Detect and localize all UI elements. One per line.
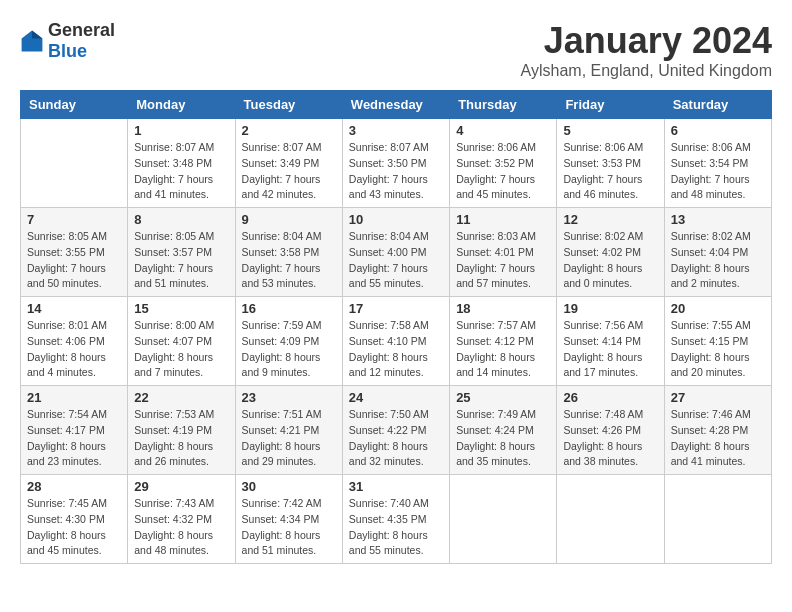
day-info: Sunrise: 8:05 AM Sunset: 3:57 PM Dayligh… — [134, 229, 228, 292]
calendar-cell: 6Sunrise: 8:06 AM Sunset: 3:54 PM Daylig… — [664, 119, 771, 208]
day-number: 2 — [242, 123, 336, 138]
day-info: Sunrise: 7:59 AM Sunset: 4:09 PM Dayligh… — [242, 318, 336, 381]
column-header-sunday: Sunday — [21, 91, 128, 119]
week-row-4: 21Sunrise: 7:54 AM Sunset: 4:17 PM Dayli… — [21, 386, 772, 475]
page-header: General Blue January 2024 Aylsham, Engla… — [20, 20, 772, 80]
day-info: Sunrise: 8:04 AM Sunset: 4:00 PM Dayligh… — [349, 229, 443, 292]
day-number: 1 — [134, 123, 228, 138]
calendar-cell: 27Sunrise: 7:46 AM Sunset: 4:28 PM Dayli… — [664, 386, 771, 475]
calendar-cell: 5Sunrise: 8:06 AM Sunset: 3:53 PM Daylig… — [557, 119, 664, 208]
logo-icon — [20, 29, 44, 53]
calendar-cell: 18Sunrise: 7:57 AM Sunset: 4:12 PM Dayli… — [450, 297, 557, 386]
week-row-5: 28Sunrise: 7:45 AM Sunset: 4:30 PM Dayli… — [21, 475, 772, 564]
day-info: Sunrise: 8:06 AM Sunset: 3:54 PM Dayligh… — [671, 140, 765, 203]
calendar-cell: 20Sunrise: 7:55 AM Sunset: 4:15 PM Dayli… — [664, 297, 771, 386]
column-header-monday: Monday — [128, 91, 235, 119]
day-number: 14 — [27, 301, 121, 316]
day-number: 21 — [27, 390, 121, 405]
day-number: 12 — [563, 212, 657, 227]
day-number: 11 — [456, 212, 550, 227]
calendar-cell — [21, 119, 128, 208]
week-row-3: 14Sunrise: 8:01 AM Sunset: 4:06 PM Dayli… — [21, 297, 772, 386]
logo: General Blue — [20, 20, 115, 62]
column-header-friday: Friday — [557, 91, 664, 119]
column-header-tuesday: Tuesday — [235, 91, 342, 119]
calendar-cell: 11Sunrise: 8:03 AM Sunset: 4:01 PM Dayli… — [450, 208, 557, 297]
calendar-cell — [664, 475, 771, 564]
calendar-cell: 16Sunrise: 7:59 AM Sunset: 4:09 PM Dayli… — [235, 297, 342, 386]
calendar-table: SundayMondayTuesdayWednesdayThursdayFrid… — [20, 90, 772, 564]
day-number: 20 — [671, 301, 765, 316]
day-number: 23 — [242, 390, 336, 405]
day-number: 18 — [456, 301, 550, 316]
day-info: Sunrise: 7:53 AM Sunset: 4:19 PM Dayligh… — [134, 407, 228, 470]
column-header-wednesday: Wednesday — [342, 91, 449, 119]
calendar-cell: 8Sunrise: 8:05 AM Sunset: 3:57 PM Daylig… — [128, 208, 235, 297]
day-info: Sunrise: 7:58 AM Sunset: 4:10 PM Dayligh… — [349, 318, 443, 381]
calendar-header-row: SundayMondayTuesdayWednesdayThursdayFrid… — [21, 91, 772, 119]
day-number: 26 — [563, 390, 657, 405]
day-number: 29 — [134, 479, 228, 494]
calendar-cell: 17Sunrise: 7:58 AM Sunset: 4:10 PM Dayli… — [342, 297, 449, 386]
column-header-saturday: Saturday — [664, 91, 771, 119]
day-number: 15 — [134, 301, 228, 316]
day-info: Sunrise: 7:50 AM Sunset: 4:22 PM Dayligh… — [349, 407, 443, 470]
calendar-cell: 24Sunrise: 7:50 AM Sunset: 4:22 PM Dayli… — [342, 386, 449, 475]
day-number: 6 — [671, 123, 765, 138]
calendar-cell: 21Sunrise: 7:54 AM Sunset: 4:17 PM Dayli… — [21, 386, 128, 475]
day-info: Sunrise: 7:48 AM Sunset: 4:26 PM Dayligh… — [563, 407, 657, 470]
day-number: 28 — [27, 479, 121, 494]
calendar-cell: 3Sunrise: 8:07 AM Sunset: 3:50 PM Daylig… — [342, 119, 449, 208]
day-number: 19 — [563, 301, 657, 316]
day-info: Sunrise: 7:45 AM Sunset: 4:30 PM Dayligh… — [27, 496, 121, 559]
day-info: Sunrise: 7:42 AM Sunset: 4:34 PM Dayligh… — [242, 496, 336, 559]
calendar-cell: 1Sunrise: 8:07 AM Sunset: 3:48 PM Daylig… — [128, 119, 235, 208]
day-number: 7 — [27, 212, 121, 227]
day-number: 22 — [134, 390, 228, 405]
day-info: Sunrise: 8:01 AM Sunset: 4:06 PM Dayligh… — [27, 318, 121, 381]
calendar-cell: 25Sunrise: 7:49 AM Sunset: 4:24 PM Dayli… — [450, 386, 557, 475]
calendar-cell: 2Sunrise: 8:07 AM Sunset: 3:49 PM Daylig… — [235, 119, 342, 208]
logo-blue: Blue — [48, 41, 87, 61]
calendar-cell: 12Sunrise: 8:02 AM Sunset: 4:02 PM Dayli… — [557, 208, 664, 297]
day-info: Sunrise: 8:07 AM Sunset: 3:50 PM Dayligh… — [349, 140, 443, 203]
day-info: Sunrise: 8:07 AM Sunset: 3:48 PM Dayligh… — [134, 140, 228, 203]
calendar-cell: 15Sunrise: 8:00 AM Sunset: 4:07 PM Dayli… — [128, 297, 235, 386]
day-number: 24 — [349, 390, 443, 405]
day-info: Sunrise: 8:00 AM Sunset: 4:07 PM Dayligh… — [134, 318, 228, 381]
day-number: 8 — [134, 212, 228, 227]
day-info: Sunrise: 7:43 AM Sunset: 4:32 PM Dayligh… — [134, 496, 228, 559]
day-info: Sunrise: 7:56 AM Sunset: 4:14 PM Dayligh… — [563, 318, 657, 381]
day-info: Sunrise: 8:06 AM Sunset: 3:52 PM Dayligh… — [456, 140, 550, 203]
calendar-cell: 31Sunrise: 7:40 AM Sunset: 4:35 PM Dayli… — [342, 475, 449, 564]
day-info: Sunrise: 7:55 AM Sunset: 4:15 PM Dayligh… — [671, 318, 765, 381]
calendar-cell: 26Sunrise: 7:48 AM Sunset: 4:26 PM Dayli… — [557, 386, 664, 475]
day-info: Sunrise: 8:07 AM Sunset: 3:49 PM Dayligh… — [242, 140, 336, 203]
day-info: Sunrise: 7:49 AM Sunset: 4:24 PM Dayligh… — [456, 407, 550, 470]
day-number: 13 — [671, 212, 765, 227]
calendar-cell — [450, 475, 557, 564]
calendar-cell: 19Sunrise: 7:56 AM Sunset: 4:14 PM Dayli… — [557, 297, 664, 386]
day-number: 16 — [242, 301, 336, 316]
week-row-1: 1Sunrise: 8:07 AM Sunset: 3:48 PM Daylig… — [21, 119, 772, 208]
calendar-cell: 9Sunrise: 8:04 AM Sunset: 3:58 PM Daylig… — [235, 208, 342, 297]
calendar-cell: 23Sunrise: 7:51 AM Sunset: 4:21 PM Dayli… — [235, 386, 342, 475]
calendar-cell: 14Sunrise: 8:01 AM Sunset: 4:06 PM Dayli… — [21, 297, 128, 386]
calendar-cell: 13Sunrise: 8:02 AM Sunset: 4:04 PM Dayli… — [664, 208, 771, 297]
svg-marker-1 — [32, 31, 42, 39]
day-number: 31 — [349, 479, 443, 494]
day-info: Sunrise: 8:04 AM Sunset: 3:58 PM Dayligh… — [242, 229, 336, 292]
calendar-cell: 7Sunrise: 8:05 AM Sunset: 3:55 PM Daylig… — [21, 208, 128, 297]
day-info: Sunrise: 7:54 AM Sunset: 4:17 PM Dayligh… — [27, 407, 121, 470]
day-info: Sunrise: 7:46 AM Sunset: 4:28 PM Dayligh… — [671, 407, 765, 470]
calendar-cell — [557, 475, 664, 564]
calendar-cell: 22Sunrise: 7:53 AM Sunset: 4:19 PM Dayli… — [128, 386, 235, 475]
day-info: Sunrise: 7:40 AM Sunset: 4:35 PM Dayligh… — [349, 496, 443, 559]
day-info: Sunrise: 8:02 AM Sunset: 4:02 PM Dayligh… — [563, 229, 657, 292]
column-header-thursday: Thursday — [450, 91, 557, 119]
calendar-cell: 30Sunrise: 7:42 AM Sunset: 4:34 PM Dayli… — [235, 475, 342, 564]
logo-text: General Blue — [48, 20, 115, 62]
day-info: Sunrise: 7:57 AM Sunset: 4:12 PM Dayligh… — [456, 318, 550, 381]
day-info: Sunrise: 8:05 AM Sunset: 3:55 PM Dayligh… — [27, 229, 121, 292]
day-number: 27 — [671, 390, 765, 405]
